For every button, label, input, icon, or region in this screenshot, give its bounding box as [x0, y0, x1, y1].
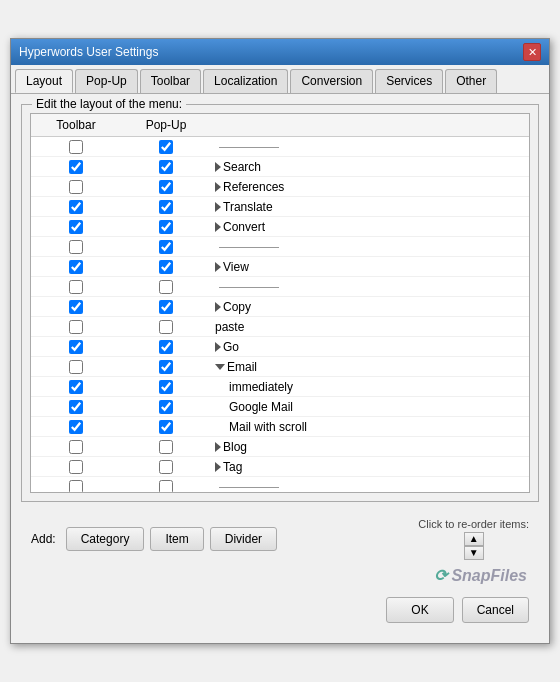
popup-checkbox[interactable] [159, 440, 173, 454]
toolbar-cell[interactable] [31, 460, 121, 474]
popup-checkbox[interactable] [159, 480, 173, 493]
popup-cell[interactable] [121, 160, 211, 174]
popup-checkbox[interactable] [159, 220, 173, 234]
popup-checkbox[interactable] [159, 400, 173, 414]
popup-checkbox[interactable] [159, 460, 173, 474]
tab-bar: Layout Pop-Up Toolbar Localization Conve… [11, 65, 549, 94]
toolbar-cell[interactable] [31, 240, 121, 254]
popup-checkbox[interactable] [159, 360, 173, 374]
tab-localization[interactable]: Localization [203, 69, 288, 93]
name-cell: View [211, 258, 529, 276]
table-header: Toolbar Pop-Up [31, 114, 529, 137]
toolbar-checkbox[interactable] [69, 140, 83, 154]
tab-conversion[interactable]: Conversion [290, 69, 373, 93]
divider-button[interactable]: Divider [210, 527, 277, 551]
popup-cell[interactable] [121, 360, 211, 374]
toolbar-cell[interactable] [31, 340, 121, 354]
toolbar-cell[interactable] [31, 320, 121, 334]
popup-cell[interactable] [121, 180, 211, 194]
popup-cell[interactable] [121, 300, 211, 314]
toolbar-checkbox[interactable] [69, 460, 83, 474]
toolbar-cell[interactable] [31, 360, 121, 374]
popup-cell[interactable] [121, 380, 211, 394]
table-row: immediately [31, 377, 529, 397]
popup-checkbox[interactable] [159, 280, 173, 294]
popup-checkbox[interactable] [159, 260, 173, 274]
popup-cell[interactable] [121, 220, 211, 234]
toolbar-cell[interactable] [31, 220, 121, 234]
popup-cell[interactable] [121, 420, 211, 434]
close-button[interactable]: ✕ [523, 43, 541, 61]
name-cell [211, 478, 529, 493]
title-bar: Hyperwords User Settings ✕ [11, 39, 549, 65]
name-cell: paste [211, 318, 529, 336]
toolbar-checkbox[interactable] [69, 400, 83, 414]
toolbar-cell[interactable] [31, 420, 121, 434]
name-cell [211, 138, 529, 156]
tab-layout[interactable]: Layout [15, 69, 73, 93]
toolbar-checkbox[interactable] [69, 360, 83, 374]
toolbar-checkbox[interactable] [69, 340, 83, 354]
toolbar-cell[interactable] [31, 140, 121, 154]
toolbar-cell[interactable] [31, 280, 121, 294]
popup-cell[interactable] [121, 440, 211, 454]
table-row: Blog [31, 437, 529, 457]
cancel-button[interactable]: Cancel [462, 597, 529, 623]
popup-checkbox[interactable] [159, 160, 173, 174]
popup-checkbox[interactable] [159, 140, 173, 154]
toolbar-checkbox[interactable] [69, 480, 83, 493]
popup-checkbox[interactable] [159, 420, 173, 434]
table-body[interactable]: SearchReferencesTranslateConvertViewCopy… [31, 137, 529, 492]
popup-checkbox[interactable] [159, 300, 173, 314]
toolbar-cell[interactable] [31, 480, 121, 493]
popup-cell[interactable] [121, 320, 211, 334]
toolbar-checkbox[interactable] [69, 300, 83, 314]
toolbar-checkbox[interactable] [69, 440, 83, 454]
popup-cell[interactable] [121, 280, 211, 294]
tab-popup[interactable]: Pop-Up [75, 69, 138, 93]
toolbar-cell[interactable] [31, 180, 121, 194]
toolbar-cell[interactable] [31, 300, 121, 314]
popup-checkbox[interactable] [159, 180, 173, 194]
toolbar-checkbox[interactable] [69, 380, 83, 394]
toolbar-checkbox[interactable] [69, 280, 83, 294]
popup-cell[interactable] [121, 200, 211, 214]
toolbar-checkbox[interactable] [69, 160, 83, 174]
tab-other[interactable]: Other [445, 69, 497, 93]
category-button[interactable]: Category [66, 527, 145, 551]
popup-cell[interactable] [121, 480, 211, 493]
tab-services[interactable]: Services [375, 69, 443, 93]
popup-cell[interactable] [121, 460, 211, 474]
move-up-button[interactable]: ▲ [464, 532, 484, 546]
popup-checkbox[interactable] [159, 340, 173, 354]
popup-cell[interactable] [121, 240, 211, 254]
popup-cell[interactable] [121, 140, 211, 154]
popup-cell[interactable] [121, 400, 211, 414]
toolbar-checkbox[interactable] [69, 260, 83, 274]
toolbar-checkbox[interactable] [69, 200, 83, 214]
popup-cell[interactable] [121, 260, 211, 274]
popup-checkbox[interactable] [159, 240, 173, 254]
toolbar-cell[interactable] [31, 400, 121, 414]
popup-cell[interactable] [121, 340, 211, 354]
table-row: Copy [31, 297, 529, 317]
popup-checkbox[interactable] [159, 380, 173, 394]
move-down-button[interactable]: ▼ [464, 546, 484, 560]
toolbar-cell[interactable] [31, 200, 121, 214]
toolbar-cell[interactable] [31, 440, 121, 454]
popup-checkbox[interactable] [159, 320, 173, 334]
window-title: Hyperwords User Settings [19, 45, 158, 59]
popup-checkbox[interactable] [159, 200, 173, 214]
toolbar-checkbox[interactable] [69, 420, 83, 434]
toolbar-checkbox[interactable] [69, 220, 83, 234]
item-button[interactable]: Item [150, 527, 203, 551]
ok-button[interactable]: OK [386, 597, 453, 623]
col-popup-header: Pop-Up [121, 116, 211, 134]
toolbar-checkbox[interactable] [69, 320, 83, 334]
tab-toolbar[interactable]: Toolbar [140, 69, 201, 93]
toolbar-checkbox[interactable] [69, 240, 83, 254]
toolbar-checkbox[interactable] [69, 180, 83, 194]
toolbar-cell[interactable] [31, 380, 121, 394]
toolbar-cell[interactable] [31, 160, 121, 174]
toolbar-cell[interactable] [31, 260, 121, 274]
